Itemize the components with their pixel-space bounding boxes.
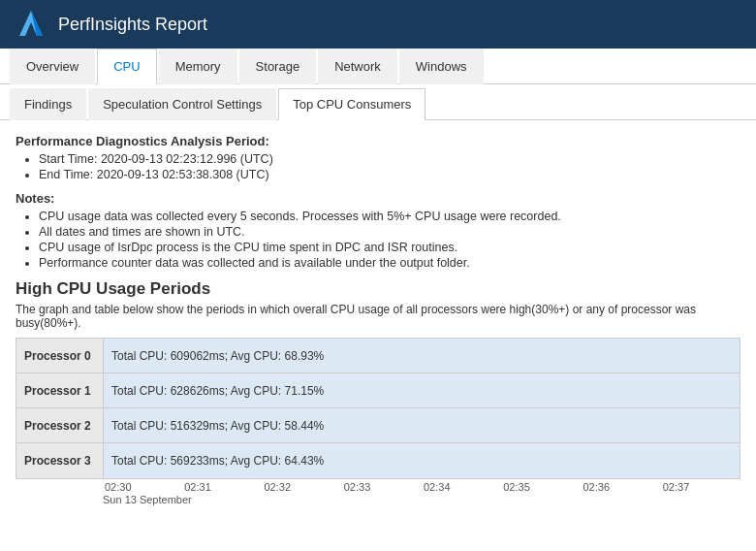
start-time: Start Time: 2020-09-13 02:23:12.996 (UTC… — [39, 152, 740, 166]
processor-3-label: Processor 3 — [16, 443, 104, 478]
notes-label: Notes: — [16, 191, 740, 206]
processor-row-0: Processor 0 Total CPU: 609062ms; Avg CPU… — [16, 339, 740, 373]
processor-0-bar: Total CPU: 609062ms; Avg CPU: 68.93% — [104, 339, 740, 373]
processor-1-label: Processor 1 — [16, 373, 104, 407]
high-cpu-desc: The graph and table below show the perio… — [16, 303, 740, 330]
tab-network[interactable]: Network — [318, 49, 397, 84]
timeline-axis: 02:30 02:31 02:32 02:33 02:34 02:35 02:3… — [16, 481, 740, 493]
sub-nav: Findings Speculation Control Settings To… — [0, 88, 756, 120]
tick-5: 02:35 — [501, 481, 581, 493]
top-nav: Overview CPU Memory Storage Network Wind… — [0, 49, 756, 84]
tick-1: 02:31 — [182, 481, 262, 493]
processor-2-label: Processor 2 — [16, 408, 104, 442]
tick-7: 02:37 — [661, 481, 740, 493]
note-4: Performance counter data was collected a… — [39, 256, 740, 270]
processor-0-label: Processor 0 — [16, 339, 104, 373]
processor-3-bar: Total CPU: 569233ms; Avg CPU: 64.43% — [104, 443, 740, 478]
high-cpu-section: High CPU Usage Periods The graph and tab… — [16, 279, 740, 505]
tab-cpu[interactable]: CPU — [97, 49, 156, 84]
tick-4: 02:34 — [422, 481, 501, 493]
end-time: End Time: 2020-09-13 02:53:38.308 (UTC) — [39, 168, 740, 181]
app-header: PerfInsights Report — [0, 0, 756, 49]
tab-overview[interactable]: Overview — [10, 49, 95, 84]
tab-windows[interactable]: Windows — [399, 49, 484, 84]
processor-1-stats: Total CPU: 628626ms; Avg CPU: 71.15% — [111, 384, 324, 398]
note-3: CPU usage of IsrDpc process is the CPU t… — [39, 241, 740, 254]
processor-2-stats: Total CPU: 516329ms; Avg CPU: 58.44% — [111, 419, 324, 433]
tick-3: 02:33 — [342, 481, 422, 493]
sub-tab-findings[interactable]: Findings — [10, 88, 86, 120]
sub-tab-speculation[interactable]: Speculation Control Settings — [88, 88, 276, 120]
tick-6: 02:36 — [582, 481, 661, 493]
processor-row-1: Processor 1 Total CPU: 628626ms; Avg CPU… — [16, 373, 740, 408]
tick-2: 02:32 — [263, 481, 342, 493]
sub-tab-top-cpu[interactable]: Top CPU Consumers — [278, 88, 425, 120]
note-2: All dates and times are shown in UTC. — [39, 225, 740, 239]
processor-grid: Processor 0 Total CPU: 609062ms; Avg CPU… — [16, 338, 740, 479]
processor-row-3: Processor 3 Total CPU: 569233ms; Avg CPU… — [16, 443, 740, 478]
processor-row-2: Processor 2 Total CPU: 516329ms; Avg CPU… — [16, 408, 740, 443]
notes-list: CPU usage data was collected every 5 sec… — [16, 210, 740, 270]
processor-2-bar: Total CPU: 516329ms; Avg CPU: 58.44% — [104, 408, 740, 442]
tab-storage[interactable]: Storage — [239, 49, 317, 84]
high-cpu-title: High CPU Usage Periods — [16, 279, 740, 299]
notes-section: Notes: CPU usage data was collected ever… — [16, 191, 740, 270]
processor-0-stats: Total CPU: 609062ms; Avg CPU: 68.93% — [111, 349, 324, 363]
analysis-period-list: Start Time: 2020-09-13 02:23:12.996 (UTC… — [16, 152, 740, 181]
timeline-date: Sun 13 September — [16, 494, 740, 505]
analysis-period-section: Performance Diagnostics Analysis Period:… — [16, 134, 740, 181]
tab-memory[interactable]: Memory — [159, 49, 237, 84]
app-title: PerfInsights Report — [58, 15, 207, 35]
processor-3-stats: Total CPU: 569233ms; Avg CPU: 64.43% — [111, 454, 324, 468]
processor-1-bar: Total CPU: 628626ms; Avg CPU: 71.15% — [104, 373, 740, 407]
azure-logo-icon — [16, 9, 47, 40]
main-content: Performance Diagnostics Analysis Period:… — [0, 120, 756, 537]
tick-0: 02:30 — [103, 481, 182, 493]
note-1: CPU usage data was collected every 5 sec… — [39, 210, 740, 223]
analysis-period-label: Performance Diagnostics Analysis Period: — [16, 134, 740, 148]
